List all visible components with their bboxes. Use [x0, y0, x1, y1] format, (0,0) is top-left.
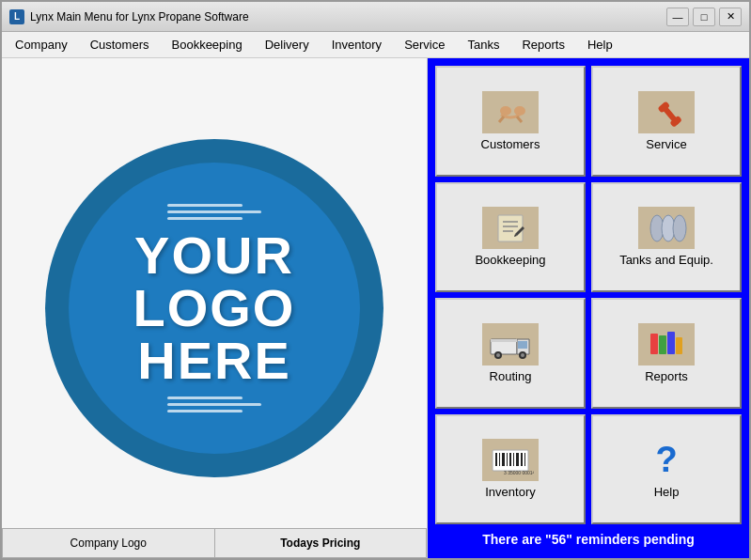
company-logo-button[interactable]: Company Logo [2, 528, 215, 558]
menu-service[interactable]: Service [394, 34, 455, 55]
nav-grid: Customers [435, 66, 742, 524]
menu-bookkeeping[interactable]: Bookkeeping [162, 34, 253, 55]
svg-point-27 [521, 353, 524, 357]
svg-text:3 35000 00014 5: 3 35000 00014 5 [504, 470, 534, 475]
service-icon [638, 91, 695, 133]
logo-panel: YOUR LOGO HERE Company Logo Todays Prici… [2, 58, 428, 558]
svg-rect-41 [513, 453, 514, 466]
help-label: Help [654, 485, 680, 499]
reminder-text: There are "56" reminders pending [435, 524, 742, 551]
routing-label: Routing [490, 369, 532, 383]
reports-button[interactable]: Reports [591, 298, 742, 409]
svg-rect-30 [650, 334, 658, 354]
bookkeeping-button[interactable]: Bookkeeping [435, 182, 586, 293]
tanks-button[interactable]: Tanks and Equip. [591, 182, 742, 293]
svg-rect-10 [498, 215, 523, 241]
service-button[interactable]: Service [591, 66, 742, 177]
customers-icon [482, 91, 539, 133]
logo-line-3 [167, 217, 243, 220]
svg-point-25 [496, 353, 500, 357]
svg-rect-44 [524, 453, 525, 466]
menu-tanks[interactable]: Tanks [457, 34, 509, 55]
main-content: YOUR LOGO HERE Company Logo Todays Prici… [2, 58, 749, 558]
svg-rect-28 [491, 339, 517, 342]
svg-point-2 [514, 106, 525, 116]
bookkeeping-label: Bookkeeping [475, 253, 545, 267]
logo-line-logo: LOGO [133, 282, 296, 334]
svg-rect-37 [499, 453, 500, 466]
logo-text: YOUR LOGO HERE [133, 229, 296, 387]
help-button[interactable]: ? Help [591, 414, 742, 525]
menu-delivery[interactable]: Delivery [255, 34, 320, 55]
logo-lines-top [167, 204, 261, 220]
logo-outer-circle: YOUR LOGO HERE [45, 139, 383, 477]
svg-rect-23 [518, 341, 527, 349]
logo-inner-circle: YOUR LOGO HERE [69, 163, 360, 454]
svg-rect-31 [659, 335, 666, 354]
logo-line-your: YOUR [133, 229, 296, 282]
menu-customers[interactable]: Customers [80, 34, 160, 55]
close-button[interactable]: ✕ [719, 8, 742, 26]
logo-lines-bottom [167, 397, 261, 412]
routing-icon [482, 323, 539, 366]
svg-rect-40 [509, 453, 511, 466]
todays-pricing-button[interactable]: Todays Pricing [215, 528, 428, 558]
right-panel: Customers [428, 58, 749, 558]
maximize-button[interactable]: □ [693, 8, 715, 26]
logo-line-b1 [167, 397, 243, 399]
tanks-label: Tanks and Equip. [619, 253, 713, 267]
svg-point-19 [673, 215, 686, 241]
logo-line-b3 [167, 410, 243, 412]
logo-bottom-panel: Company Logo Todays Pricing [2, 528, 427, 558]
service-label: Service [646, 137, 686, 151]
menu-reports[interactable]: Reports [511, 34, 575, 55]
logo-line-2 [167, 210, 261, 213]
main-window: L Lynx Main Menu for Lynx Propane Softwa… [0, 0, 751, 560]
menu-inventory[interactable]: Inventory [321, 34, 392, 55]
routing-button[interactable]: Routing [435, 298, 586, 409]
title-bar: L Lynx Main Menu for Lynx Propane Softwa… [2, 2, 749, 32]
svg-rect-42 [516, 453, 519, 466]
minimize-button[interactable]: — [666, 8, 689, 26]
inventory-label: Inventory [485, 485, 535, 499]
help-icon: ? [638, 439, 695, 481]
svg-rect-32 [667, 332, 675, 354]
customers-label: Customers [481, 137, 540, 151]
reports-label: Reports [645, 369, 688, 383]
logo-line-here: HERE [133, 334, 296, 387]
svg-rect-39 [507, 453, 508, 466]
svg-rect-36 [495, 453, 497, 466]
inventory-button[interactable]: 3 35000 00014 5 Inventory [435, 414, 586, 525]
svg-rect-38 [502, 453, 505, 466]
svg-rect-43 [521, 453, 523, 466]
tanks-icon [638, 207, 695, 249]
menu-company[interactable]: Company [5, 34, 78, 55]
logo-line-b2 [167, 403, 261, 406]
customers-button[interactable]: Customers [435, 66, 586, 177]
inventory-icon: 3 35000 00014 5 [482, 439, 539, 481]
window-controls: — □ ✕ [666, 8, 742, 26]
menu-bar: Company Customers Bookkeeping Delivery I… [2, 32, 749, 58]
menu-help[interactable]: Help [577, 34, 623, 55]
bookkeeping-icon [482, 207, 539, 249]
logo-line-1 [167, 204, 243, 207]
window-title: Lynx Main Menu for Lynx Propane Software [30, 10, 666, 23]
app-icon: L [9, 9, 24, 24]
svg-rect-33 [676, 337, 682, 354]
reports-icon [638, 323, 695, 366]
